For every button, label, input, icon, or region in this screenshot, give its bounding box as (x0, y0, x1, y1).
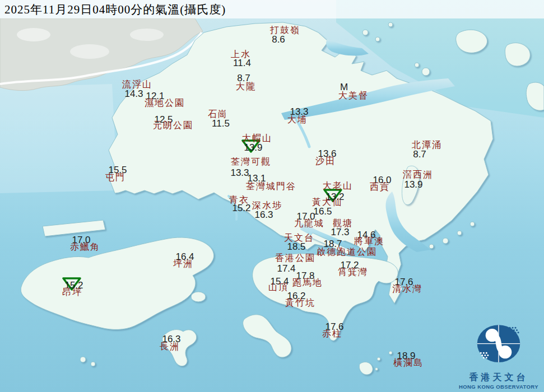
station-name-label: 橫瀾島 (393, 358, 424, 367)
station-name-label: 將軍澳 (354, 237, 384, 246)
station-name-label: 昂坪 (62, 288, 82, 297)
station-temp-value: 13.9 (244, 143, 262, 152)
station-name-label: 坪洲 (173, 259, 193, 268)
station-name-label: 元朗公園 (153, 121, 193, 130)
station-temp-value: 8.6 (272, 35, 285, 44)
station-name-label: 香港公園 (275, 254, 315, 263)
hko-logo-english-name: HONG KONG OBSERVATORY (457, 384, 541, 390)
station-name-label: 滘西洲 (403, 170, 433, 179)
station-name-label: 黃竹坑 (285, 298, 315, 307)
station-name-label: 黃大仙 (312, 198, 342, 207)
station-temp-value: 16.3 (254, 210, 273, 220)
station-name-label: 屯門 (105, 173, 125, 182)
station-name-label: 九龍城 (294, 219, 324, 228)
station-name-label: 濕地公園 (145, 99, 185, 108)
station-name-label: 石崗 (208, 110, 228, 119)
station-name-label: 觀塘 (333, 219, 353, 228)
station-temp-value: 17.4 (277, 264, 295, 273)
station-temp-value: 18.5 (287, 242, 305, 251)
station-name-label: 青衣 (229, 195, 249, 204)
station-name-label: 跑馬地 (292, 278, 323, 287)
station-name-label: 赤柱 (322, 329, 342, 338)
station-name-label: 沙田 (315, 157, 336, 166)
station-temp-value: 16.5 (313, 207, 332, 216)
page-title: 2025年11月29日04時00分的氣溫(攝氏度) (0, 2, 226, 17)
station-temp-value: 11.4 (233, 58, 251, 68)
station-name-label: 大美督 (338, 91, 369, 100)
station-name-label: 西貢 (370, 183, 390, 192)
station-name-label: 荃灣城門谷 (246, 182, 296, 191)
station-name-label: 深水埗 (252, 201, 282, 210)
station-name-label: 大帽山 (242, 134, 272, 143)
station-temp-value: 17.3 (331, 227, 349, 237)
temperature-map-screen: 2025年11月29日04時00分的氣溫(攝氏度) 8.6打鼓嶺11.4上水8.… (0, 0, 544, 392)
station-name-label: 清水灣 (392, 284, 422, 293)
station-name-label: 流浮山 (122, 80, 152, 89)
station-name-label: 荃灣可觀 (231, 157, 271, 166)
hko-logo: 香港天文台 HONG KONG OBSERVATORY (457, 322, 541, 390)
station-temp-value: 8.7 (237, 73, 250, 83)
station-temp-value: 13.9 (404, 180, 422, 189)
station-name-label: 大隴 (236, 82, 256, 91)
station-name-label: 天文台 (284, 234, 314, 242)
hko-logo-icon (471, 322, 527, 369)
station-temp-value: 11.5 (212, 119, 230, 128)
station-temp-value: 8.7 (413, 150, 426, 159)
hko-logo-chinese-name: 香港天文台 (457, 372, 541, 384)
station-temp-value: 15.2 (232, 203, 250, 213)
station-name-label: 啟德跑道公園 (317, 248, 377, 256)
station-name-label: 筲箕灣 (338, 268, 368, 277)
station-temp-value: 14.3 (124, 89, 143, 99)
station-temp-value: 13.3 (230, 168, 249, 178)
station-temp-value: M (340, 82, 348, 92)
station-name-label: 北潭涌 (412, 141, 442, 150)
station-name-label: 大埔 (287, 115, 308, 124)
title-bar: 2025年11月29日04時00分的氣溫(攝氏度) (0, 0, 544, 18)
station-name-label: 打鼓嶺 (270, 26, 300, 35)
station-name-label: 長洲 (160, 342, 180, 351)
station-name-label: 赤鱲角 (70, 242, 100, 251)
station-name-label: 上水 (231, 50, 251, 59)
station-name-label: 山頂 (268, 283, 289, 292)
station-name-label: 大老山 (323, 181, 353, 190)
